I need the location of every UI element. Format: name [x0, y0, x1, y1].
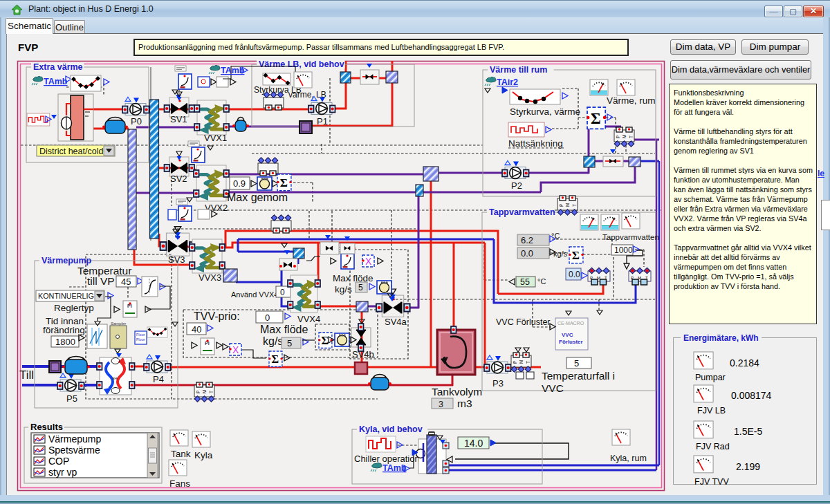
svg-text:styr vp: styr vp	[48, 467, 77, 478]
svg-text:District heat/cold: District heat/cold	[39, 147, 103, 156]
svg-text:Sampler: Sampler	[111, 321, 126, 326]
svg-text:Nattsänkning: Nattsänkning	[508, 138, 563, 149]
svg-text:m3: m3	[457, 398, 472, 409]
svg-text:kg/s: kg/s	[335, 284, 352, 295]
svg-text:55: 55	[520, 277, 530, 287]
svg-text:P3: P3	[492, 378, 504, 389]
svg-text:0.0: 0.0	[569, 270, 580, 279]
svg-text:Tank: Tank	[171, 449, 191, 459]
svg-text:Chiller operation: Chiller operation	[354, 454, 420, 464]
svg-text:VVC: VVC	[542, 382, 564, 394]
svg-text:VVX1: VVX1	[204, 133, 227, 143]
svg-text:Kyla, vid behov: Kyla, vid behov	[359, 424, 423, 434]
svg-text:5: 5	[358, 283, 363, 292]
svg-text:5: 5	[574, 358, 579, 368]
svg-text:P4: P4	[153, 374, 164, 384]
svg-text:Max flöde: Max flöde	[260, 324, 308, 335]
svg-text:0.0: 0.0	[521, 248, 533, 259]
svg-text:Till: Till	[19, 368, 34, 382]
svg-text:SV1: SV1	[170, 114, 187, 124]
svg-text:SV2: SV2	[170, 174, 187, 184]
svg-text:Temperaturfall i: Temperaturfall i	[542, 370, 615, 382]
svg-text:till VP: till VP	[87, 275, 115, 287]
svg-text:P0: P0	[131, 116, 142, 127]
svg-text:Floor: Floor	[136, 337, 145, 342]
svg-text:P5: P5	[66, 393, 77, 404]
svg-text:6.2: 6.2	[521, 235, 533, 245]
svg-text:°C: °C	[537, 277, 546, 286]
svg-text:TAir2: TAir2	[497, 77, 518, 87]
svg-text:TVV-prio:: TVV-prio:	[194, 310, 240, 322]
svg-text:Värme, rum: Värme, rum	[607, 95, 656, 106]
svg-text:Värme till rum: Värme till rum	[490, 65, 547, 75]
svg-text:TAmb: TAmb	[44, 77, 68, 86]
svg-text:Värmepump: Värmepump	[42, 256, 92, 265]
svg-text:Förluster: Förluster	[559, 339, 583, 345]
svg-text:Värmepump: Värmepump	[48, 433, 101, 445]
svg-text:1800: 1800	[55, 337, 75, 347]
svg-text:Använd VVX4: Använd VVX4	[231, 290, 279, 299]
svg-text:Reglertyp: Reglertyp	[54, 303, 94, 313]
svg-text:Kyla, rum: Kyla, rum	[610, 454, 647, 463]
svg-text:Styrkurva, värme: Styrkurva, värme	[510, 106, 580, 117]
svg-text:P1: P1	[317, 116, 328, 127]
svg-text:TAmb: TAmb	[221, 66, 245, 75]
svg-text:Extra värme: Extra värme	[33, 62, 83, 72]
svg-text:kg/s: kg/s	[263, 335, 283, 347]
svg-text:Fans: Fans	[169, 478, 190, 489]
svg-text:1000: 1000	[614, 245, 633, 255]
svg-text:14.0: 14.0	[464, 438, 483, 449]
svg-text:0: 0	[265, 312, 270, 323]
svg-text:VVC Förluster: VVC Förluster	[496, 317, 551, 327]
svg-text:SV4a: SV4a	[385, 317, 407, 327]
svg-text:Tankvolym: Tankvolym	[432, 386, 482, 398]
svg-text:Floor: Floor	[136, 333, 145, 337]
svg-text:0: 0	[280, 288, 285, 297]
svg-text:0.9: 0.9	[233, 178, 246, 189]
svg-text:KONTINUERLIG: KONTINUERLIG	[38, 292, 94, 300]
svg-text:3: 3	[439, 400, 443, 409]
svg-text:45: 45	[121, 277, 131, 287]
svg-text:Värme LB, vid behov: Värme LB, vid behov	[259, 59, 344, 69]
svg-text:VVC: VVC	[562, 332, 573, 338]
svg-text:VVX4: VVX4	[297, 314, 320, 324]
svg-text:Tappvarmvatten: Tappvarmvatten	[602, 233, 659, 241]
svg-text:VVX3: VVX3	[199, 272, 221, 283]
svg-text:40: 40	[192, 324, 201, 335]
svg-text:SV4b: SV4b	[352, 349, 374, 360]
svg-text:kg/s: kg/s	[553, 250, 568, 258]
svg-text:P2: P2	[511, 180, 522, 191]
svg-text:Tappvarmvatten: Tappvarmvatten	[489, 207, 555, 217]
svg-text:SV3: SV3	[168, 254, 185, 265]
svg-text:5: 5	[287, 338, 292, 348]
svg-text:Max gemom: Max gemom	[227, 192, 288, 203]
svg-text:aH: aH	[112, 376, 118, 380]
svg-text:CE-MACRO: CE-MACRO	[557, 321, 584, 326]
svg-text:TAmb: TAmb	[382, 463, 407, 473]
svg-text:Spetsvärme: Spetsvärme	[48, 445, 100, 456]
svg-text:Results: Results	[30, 422, 63, 432]
svg-text:förändring: förändring	[43, 325, 85, 335]
svg-text:Kyla: Kyla	[194, 450, 213, 460]
svg-text:COP: COP	[48, 456, 69, 467]
